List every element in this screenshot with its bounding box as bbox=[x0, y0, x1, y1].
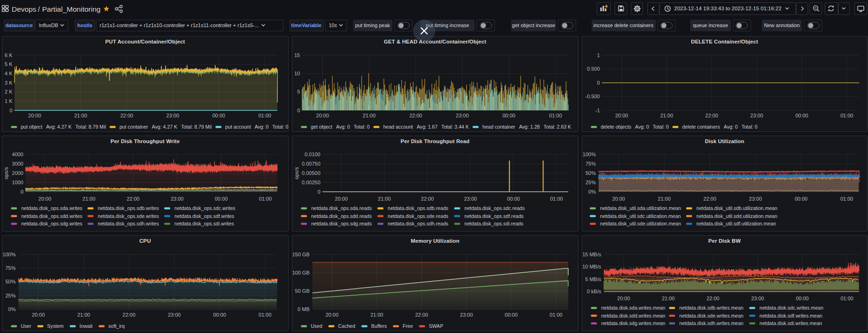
svg-text:Total: 8.79 Mil: Total: 8.79 Mil bbox=[181, 124, 211, 130]
svg-text:netdata.disk.sdf.writes.mean: netdata.disk.sdf.writes.mean bbox=[760, 313, 822, 319]
svg-text:Partial_Monitoring: Partial_Monitoring bbox=[42, 5, 101, 13]
svg-text:0.00250: 0.00250 bbox=[302, 180, 320, 185]
svg-text:01:00: 01:00 bbox=[258, 113, 271, 118]
svg-text:SWAP: SWAP bbox=[429, 323, 443, 329]
svg-text:00:00: 00:00 bbox=[502, 113, 515, 118]
svg-text:ops/s: ops/s bbox=[4, 167, 9, 180]
svg-text:23:00: 23:00 bbox=[460, 312, 473, 318]
svg-text:21:00: 21:00 bbox=[658, 196, 671, 202]
svg-text:22:00: 22:00 bbox=[706, 296, 719, 301]
svg-text:netdata.disk_ops.sdd.reads: netdata.disk_ops.sdd.reads bbox=[311, 213, 372, 219]
svg-text:netdata.disk.sda.writes.mean: netdata.disk.sda.writes.mean bbox=[601, 305, 665, 311]
svg-text:23:00: 23:00 bbox=[464, 196, 477, 202]
svg-text:Devops: Devops bbox=[12, 5, 36, 13]
svg-text:23:00: 23:00 bbox=[171, 196, 184, 202]
svg-text:Iowait: Iowait bbox=[80, 323, 93, 329]
svg-text:netdata.disk_ops.sdg.writes: netdata.disk_ops.sdg.writes bbox=[21, 221, 82, 226]
svg-text:get object: get object bbox=[311, 124, 332, 130]
svg-text:23:00: 23:00 bbox=[456, 113, 469, 118]
svg-text:22:00: 22:00 bbox=[120, 113, 133, 118]
svg-text:put object: put object bbox=[21, 124, 42, 130]
svg-text:22:00: 22:00 bbox=[415, 312, 428, 318]
svg-text:20:00: 20:00 bbox=[38, 196, 51, 202]
svg-text:21:00: 21:00 bbox=[378, 196, 391, 202]
svg-text:0.00750: 0.00750 bbox=[302, 161, 320, 166]
svg-text:delete containers: delete containers bbox=[682, 124, 720, 130]
svg-text:50 GB: 50 GB bbox=[295, 288, 310, 294]
svg-text:head account: head account bbox=[383, 124, 413, 130]
svg-text:0.00500: 0.00500 bbox=[302, 170, 320, 176]
svg-text:20:00: 20:00 bbox=[615, 113, 628, 118]
svg-text:Avg: 0: Avg: 0 bbox=[336, 124, 350, 130]
svg-text:00:00: 00:00 bbox=[507, 196, 520, 202]
svg-text:00:00: 00:00 bbox=[505, 312, 518, 318]
svg-text:01:00: 01:00 bbox=[549, 113, 562, 118]
svg-text:2 K: 2 K bbox=[5, 89, 13, 94]
svg-text:Buffers: Buffers bbox=[371, 323, 387, 329]
svg-text:20:00: 20:00 bbox=[617, 296, 630, 301]
svg-text:Avg: 4.27 K: Avg: 4.27 K bbox=[152, 124, 178, 130]
svg-text:0: 0 bbox=[597, 80, 600, 86]
svg-text:Total: 2.63 K: Total: 2.63 K bbox=[543, 124, 571, 130]
svg-text:22:00: 22:00 bbox=[703, 196, 716, 202]
svg-text:netdata.disk.sdb.writes.mean: netdata.disk.sdb.writes.mean bbox=[679, 305, 743, 311]
svg-text:0.500: 0.500 bbox=[586, 66, 600, 72]
svg-text:150 GB: 150 GB bbox=[292, 252, 310, 257]
svg-text:Avg: 0: Avg: 0 bbox=[635, 124, 649, 130]
svg-text:Avg: 1.67: Avg: 1.67 bbox=[417, 124, 438, 130]
svg-text:21:00: 21:00 bbox=[370, 312, 383, 318]
svg-text:50%: 50% bbox=[585, 170, 595, 176]
svg-text:10: 10 bbox=[294, 71, 300, 76]
svg-text:3000: 3000 bbox=[12, 161, 23, 166]
svg-text:22:00: 22:00 bbox=[127, 196, 140, 202]
svg-text:netdata.disk_ops.sdf.reads: netdata.disk_ops.sdf.reads bbox=[464, 213, 524, 219]
svg-text:Avg: 0: Avg: 0 bbox=[254, 124, 268, 130]
svg-text:netdata.disk_ops.sdi.writes: netdata.disk_ops.sdi.writes bbox=[174, 221, 234, 226]
svg-text:20:00: 20:00 bbox=[326, 312, 339, 318]
svg-text:soft_irq: soft_irq bbox=[108, 323, 125, 329]
svg-text:100%: 100% bbox=[2, 252, 15, 257]
svg-text:netdata.disk_ops.sdc.writes: netdata.disk_ops.sdc.writes bbox=[174, 205, 235, 211]
svg-text:00:00: 00:00 bbox=[215, 196, 228, 202]
svg-text:20:00: 20:00 bbox=[28, 113, 41, 118]
svg-text:netdata.disk.sdh.writes.mean: netdata.disk.sdh.writes.mean bbox=[679, 320, 743, 326]
svg-text:netdata.disk.sdc.writes.mean: netdata.disk.sdc.writes.mean bbox=[760, 305, 824, 311]
svg-text:5 K: 5 K bbox=[5, 61, 13, 67]
svg-text:0%: 0% bbox=[8, 306, 16, 312]
svg-text:5 MB/s: 5 MB/s bbox=[585, 276, 601, 282]
svg-text:ops/s: ops/s bbox=[294, 167, 299, 180]
svg-text:Avg: 4.27 K: Avg: 4.27 K bbox=[46, 124, 72, 130]
svg-text:/: / bbox=[38, 5, 40, 13]
svg-text:netdata.disk_util.sdf.utilizat: netdata.disk_util.sdf.utilization.mean bbox=[696, 221, 776, 226]
svg-text:Total: 0: Total: 0 bbox=[272, 124, 288, 130]
svg-text:netdata.disk_ops.sdg.reads: netdata.disk_ops.sdg.reads bbox=[311, 221, 372, 226]
svg-text:2000: 2000 bbox=[12, 170, 23, 176]
svg-text:01:00: 01:00 bbox=[840, 196, 853, 202]
svg-text:netdata.disk_util.sdb.utilizat: netdata.disk_util.sdb.utilization.mean bbox=[696, 205, 777, 211]
svg-text:0%: 0% bbox=[588, 189, 596, 195]
svg-text:netdata.disk_ops.sdd.writes: netdata.disk_ops.sdd.writes bbox=[21, 213, 82, 219]
svg-text:100 GB: 100 GB bbox=[292, 270, 310, 275]
svg-text:netdata.disk_util.sda.utilizat: netdata.disk_util.sda.utilization.mean bbox=[600, 205, 681, 211]
svg-text:Cached: Cached bbox=[338, 323, 355, 329]
svg-text:Avg: 1.28: Avg: 1.28 bbox=[519, 124, 540, 130]
svg-text:delete objects: delete objects bbox=[600, 124, 631, 130]
svg-text:Total: 8.79 Mil: Total: 8.79 Mil bbox=[75, 124, 106, 130]
svg-text:put account: put account bbox=[225, 124, 251, 130]
svg-text:Avg: 0: Avg: 0 bbox=[723, 124, 738, 130]
svg-text:4 K: 4 K bbox=[5, 71, 13, 76]
svg-text:00:00: 00:00 bbox=[796, 296, 809, 301]
svg-text:Used: Used bbox=[311, 323, 322, 329]
svg-text:0: 0 bbox=[297, 108, 300, 113]
svg-text:0 MB: 0 MB bbox=[297, 306, 310, 312]
svg-text:Total: 0: Total: 0 bbox=[741, 124, 757, 130]
svg-text:75%: 75% bbox=[5, 265, 15, 271]
svg-text:netdata.disk_ops.sda.writes: netdata.disk_ops.sda.writes bbox=[21, 205, 82, 211]
svg-text:1 K: 1 K bbox=[5, 98, 13, 104]
svg-text:User: User bbox=[21, 323, 31, 329]
svg-text:netdata.disk_ops.sdb.writes: netdata.disk_ops.sdb.writes bbox=[98, 205, 159, 211]
svg-text:netdata.disk.sdd.writes.mean: netdata.disk.sdd.writes.mean bbox=[601, 313, 665, 319]
svg-text:22:00: 22:00 bbox=[705, 113, 718, 118]
svg-text:netdata.disk_ops.sde.reads: netdata.disk_ops.sde.reads bbox=[388, 213, 448, 219]
svg-text:-1: -1 bbox=[595, 108, 600, 113]
